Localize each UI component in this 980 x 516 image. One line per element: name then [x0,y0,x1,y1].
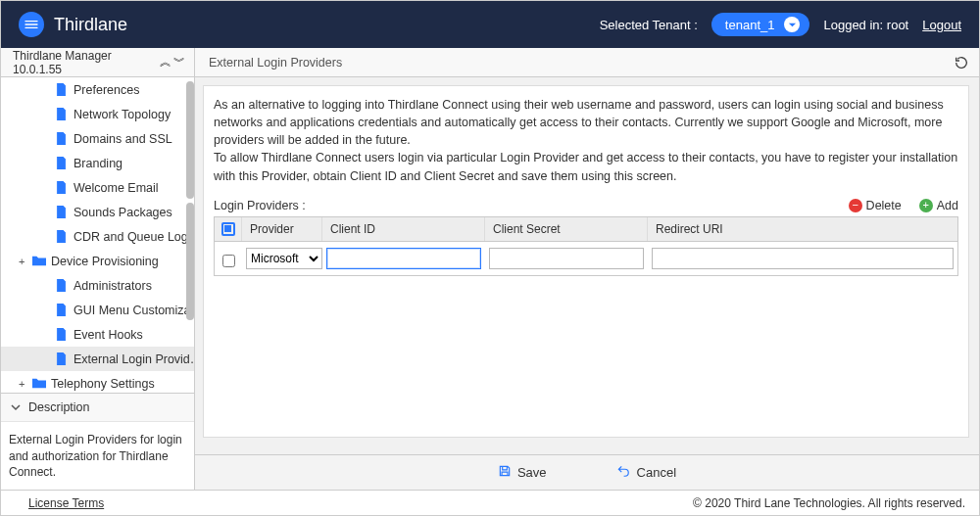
plus-icon: + [919,199,933,212]
expand-icon[interactable]: + [19,256,24,267]
document-icon [55,157,68,169]
document-icon [55,352,68,365]
header-checkbox[interactable] [215,217,242,241]
nav-item-label: Network Topology [74,108,171,121]
brand-logo [19,12,44,37]
sidebar-title: Thirdlane Manager 10.0.1.55 [13,49,159,76]
col-redirect-uri[interactable]: Redirect URI [648,217,957,241]
nav-item-label: Welcome Email [74,181,159,195]
description-text: External Login Providers for login and a… [1,421,194,490]
chevron-down-icon [784,17,800,32]
document-icon [55,279,68,292]
copyright: © 2020 Third Lane Technologies. All righ… [693,496,965,510]
nav-item-welcome-email[interactable]: Welcome Email [1,175,194,200]
document-icon [55,181,68,194]
intro-text: As an alternative to logging into Thirdl… [214,96,958,185]
collapse-down-icon[interactable]: ︾ [172,54,186,70]
nav-item-cdr-and-queue-logs[interactable]: CDR and Queue Logs [1,224,194,249]
footer: License Terms © 2020 Third Lane Technolo… [1,490,979,515]
nav-item-label: Branding [74,157,122,170]
panel-title: External Login Providers [209,56,954,70]
nav-item-label: Domains and SSL [74,132,172,146]
nav-item-external-login-provid[interactable]: External Login Provid… [1,347,194,371]
nav-item-label: Sounds Packages [74,206,172,219]
document-icon [55,206,68,218]
delete-button[interactable]: − Delete [849,199,902,212]
nav-item-administrators[interactable]: Administrators [1,273,194,298]
save-button[interactable]: Save [498,464,547,481]
nav-item-sounds-packages[interactable]: Sounds Packages [1,200,194,224]
document-icon [55,230,68,243]
nav-item-label: Event Hooks [74,328,143,342]
sidebar-title-bar: Thirdlane Manager 10.0.1.55 ︽ ︾ [1,48,194,77]
main-panel: External Login Providers As an alternati… [195,48,979,490]
folder-icon [32,377,45,390]
folder-icon [32,255,45,267]
document-icon [55,83,68,96]
nav-item-label: CDR and Queue Logs [74,230,194,244]
scrollbar-thumb[interactable] [186,81,194,199]
tenant-name: tenant_1 [725,18,775,32]
chevron-down-icon [11,402,21,412]
col-client-secret[interactable]: Client Secret [485,217,648,241]
nav-item-preferences[interactable]: Preferences [1,77,194,102]
sidebar: Thirdlane Manager 10.0.1.55 ︽ ︾ Preferen… [1,48,195,490]
nav-item-label: GUI Menu Customizat… [74,304,194,317]
logout-link[interactable]: Logout [922,18,961,32]
cancel-button[interactable]: Cancel [615,464,676,481]
providers-grid: Provider Client ID Client Secret Redirec… [214,216,958,276]
nav-item-label: Preferences [74,83,139,97]
client-id-input[interactable] [326,248,481,269]
scrollbar-thumb[interactable] [186,203,194,320]
document-icon [55,132,68,145]
provider-select[interactable]: Microsoft [246,248,322,269]
nav-item-label: Device Provisioning [51,255,159,268]
row-checkbox[interactable] [222,255,235,267]
nav-item-domains-and-ssl[interactable]: Domains and SSL [1,126,194,151]
logged-in-label: Logged in: root [823,18,908,32]
expand-icon[interactable]: + [19,378,24,390]
nav-item-label: External Login Provid… [74,352,194,366]
description-header[interactable]: Description [1,394,194,421]
minus-icon: − [849,199,862,212]
nav-item-label: Administrators [74,279,152,293]
nav-item-network-topology[interactable]: Network Topology [1,102,194,126]
tenant-selector[interactable]: tenant_1 [711,13,810,36]
col-client-id[interactable]: Client ID [322,217,485,241]
nav-item-event-hooks[interactable]: Event Hooks [1,322,194,347]
col-provider[interactable]: Provider [242,217,322,241]
selected-tenant-label: Selected Tenant : [600,18,698,32]
brand-name: Thirdlane [54,15,127,35]
add-button[interactable]: + Add [919,199,958,212]
license-terms-link[interactable]: License Terms [28,496,104,510]
nav-item-label: Telephony Settings [51,377,155,391]
nav-item-gui-menu-customizat[interactable]: GUI Menu Customizat… [1,298,194,322]
refresh-icon[interactable] [954,55,969,70]
document-icon [55,304,68,316]
nav-tree: PreferencesNetwork TopologyDomains and S… [1,77,194,393]
action-bar: Save Cancel [195,454,979,490]
client-secret-input[interactable] [489,248,644,269]
collapse-up-icon[interactable]: ︽ [159,54,172,70]
nav-item-device-provisioning[interactable]: +Device Provisioning [1,249,194,273]
app-header: Thirdlane Selected Tenant : tenant_1 Log… [1,1,979,48]
document-icon [55,108,68,120]
nav-item-telephony-settings[interactable]: +Telephony Settings [1,371,194,393]
login-providers-label: Login Providers : [214,199,849,212]
nav-item-branding[interactable]: Branding [1,151,194,175]
provider-row: Microsoft [215,242,957,275]
document-icon [55,328,68,341]
panel-header: External Login Providers [195,48,979,77]
brand-icon [24,17,39,32]
redirect-uri-input[interactable] [652,248,954,269]
undo-icon [615,464,631,481]
save-icon [498,464,512,481]
